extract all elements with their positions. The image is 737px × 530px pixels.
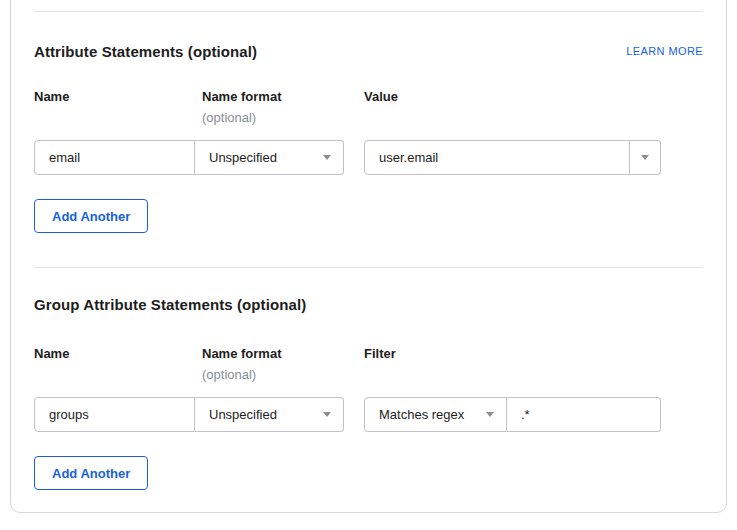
column-label-name-format: Name format (optional) (202, 346, 364, 382)
add-another-attribute-button[interactable]: Add Another (34, 199, 148, 233)
settings-card: Attribute Statements (optional) LEARN MO… (10, 0, 727, 513)
group-attribute-statement-row: Unspecified Matches regex (34, 397, 703, 432)
chevron-down-icon (323, 155, 331, 160)
add-another-group-attribute-button[interactable]: Add Another (34, 456, 148, 490)
column-label-name: Name (34, 89, 202, 104)
group-name-and-format-group: Unspecified (34, 397, 344, 432)
attribute-name-input[interactable] (34, 140, 195, 175)
attribute-name-format-select[interactable]: Unspecified (195, 140, 344, 175)
attribute-statements-header: Attribute Statements (optional) LEARN MO… (34, 43, 703, 60)
filter-type-select[interactable]: Matches regex (364, 397, 507, 432)
column-label-value: Value (364, 89, 703, 104)
group-columns-header: Name Name format (optional) Filter (34, 346, 703, 387)
name-format-label: Name format (202, 89, 364, 104)
attribute-statements-title: Attribute Statements (optional) (34, 43, 257, 60)
name-format-optional-note: (optional) (202, 367, 364, 382)
attribute-value-input[interactable] (364, 140, 630, 175)
value-group (364, 140, 661, 175)
filter-type-selected-value: Matches regex (379, 407, 464, 422)
column-label-name: Name (34, 346, 202, 361)
group-attribute-statements-section: Group Attribute Statements (optional) Na… (34, 296, 703, 490)
name-and-format-group: Unspecified (34, 140, 344, 175)
section-divider-top (34, 11, 703, 12)
name-format-selected-value: Unspecified (209, 407, 277, 422)
attribute-value-dropdown-button[interactable] (630, 140, 661, 175)
chevron-down-icon (486, 412, 494, 417)
section-divider-middle (34, 267, 703, 268)
learn-more-link[interactable]: LEARN MORE (626, 45, 703, 57)
group-attribute-statements-title: Group Attribute Statements (optional) (34, 296, 306, 313)
group-attribute-statements-header: Group Attribute Statements (optional) (34, 296, 703, 313)
group-name-format-select[interactable]: Unspecified (195, 397, 344, 432)
attribute-columns-header: Name Name format (optional) Value (34, 89, 703, 130)
chevron-down-icon (323, 412, 331, 417)
name-format-selected-value: Unspecified (209, 150, 277, 165)
attribute-statements-section: Attribute Statements (optional) LEARN MO… (34, 43, 703, 233)
filter-group: Matches regex (364, 397, 661, 432)
column-label-name-format: Name format (optional) (202, 89, 364, 125)
chevron-down-icon (641, 155, 649, 160)
column-label-filter: Filter (364, 346, 703, 361)
name-format-label: Name format (202, 346, 364, 361)
name-format-optional-note: (optional) (202, 110, 364, 125)
attribute-statement-row: Unspecified (34, 140, 703, 175)
group-attribute-name-input[interactable] (34, 397, 195, 432)
filter-value-input[interactable] (507, 397, 661, 432)
saml-settings-page: Attribute Statements (optional) LEARN MO… (0, 0, 737, 530)
